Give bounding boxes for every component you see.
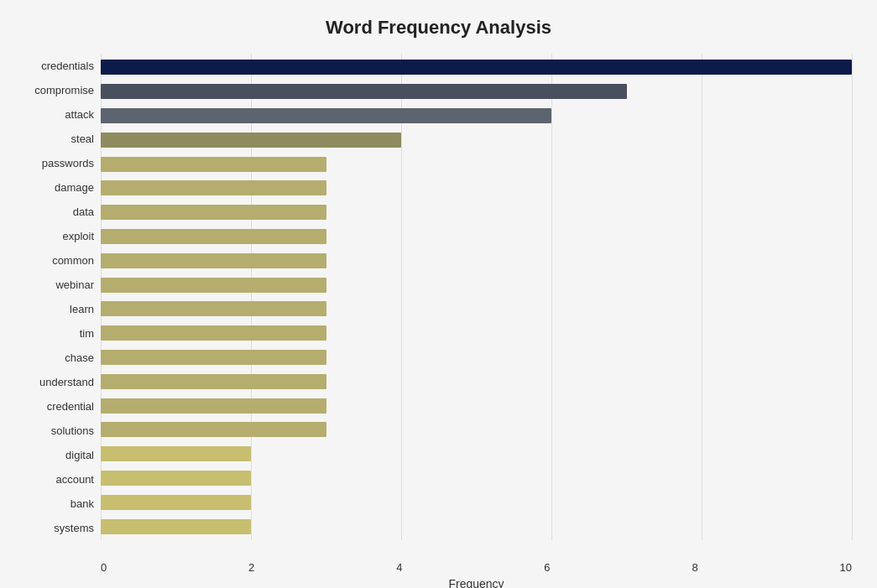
bar-credential: [101, 398, 326, 414]
grid-line-10: [852, 54, 853, 540]
y-label-bank: bank: [70, 498, 94, 509]
bar-row-credentials: [101, 58, 852, 76]
bars-wrapper: [101, 54, 852, 540]
bar-row-bank: [101, 493, 852, 512]
y-axis-labels: credentialscompromiseattackstealpassword…: [25, 54, 101, 540]
bar-common: [101, 253, 326, 268]
y-label-damage: damage: [55, 182, 94, 193]
chart-area: credentialscompromiseattackstealpassword…: [25, 54, 852, 540]
bar-systems: [101, 519, 251, 534]
bar-understand: [101, 374, 326, 389]
bar-tim: [101, 325, 326, 341]
bar-attack: [101, 108, 551, 123]
bar-credentials: [101, 60, 852, 75]
bars-and-grid: 0246810 Frequency: [101, 54, 852, 540]
y-label-compromise: compromise: [34, 85, 94, 96]
bar-compromise: [101, 84, 627, 99]
x-tick-10: 10: [839, 561, 851, 574]
bar-row-tim: [101, 324, 852, 342]
bar-steal: [101, 133, 401, 148]
bar-exploit: [101, 229, 326, 244]
x-tick-0: 0: [101, 561, 107, 574]
bar-account: [101, 471, 251, 486]
bar-row-chase: [101, 348, 852, 367]
y-label-credentials: credentials: [41, 60, 94, 71]
y-label-data: data: [73, 206, 94, 217]
bar-row-exploit: [101, 227, 852, 246]
y-label-tim: tim: [80, 328, 94, 339]
chart-title: Word Frequency Analysis: [25, 17, 852, 39]
y-label-exploit: exploit: [62, 231, 94, 242]
chart-container: Word Frequency Analysis credentialscompr…: [0, 0, 877, 588]
x-axis: 0246810: [101, 561, 852, 574]
y-label-systems: systems: [54, 523, 94, 533]
y-label-webinar: webinar: [55, 279, 94, 290]
bar-damage: [101, 180, 326, 195]
x-tick-2: 2: [248, 561, 254, 574]
bar-row-solutions: [101, 420, 852, 439]
y-label-attack: attack: [65, 109, 94, 120]
x-tick-8: 8: [692, 561, 697, 574]
bar-row-learn: [101, 299, 852, 318]
bar-chase: [101, 350, 326, 365]
bar-bank: [101, 495, 251, 510]
bar-row-attack: [101, 107, 852, 125]
bar-row-understand: [101, 372, 852, 391]
bar-row-steal: [101, 131, 852, 149]
y-label-learn: learn: [70, 304, 94, 315]
bar-row-digital: [101, 445, 852, 463]
bar-digital: [101, 446, 251, 461]
bar-row-credential: [101, 397, 852, 415]
bar-row-account: [101, 469, 852, 487]
x-tick-6: 6: [544, 561, 550, 574]
bar-row-damage: [101, 179, 852, 197]
bar-passwords: [101, 157, 326, 172]
bar-row-webinar: [101, 276, 852, 294]
bar-row-common: [101, 252, 852, 270]
bar-row-data: [101, 203, 852, 221]
y-label-account: account: [55, 474, 94, 485]
y-label-understand: understand: [39, 377, 94, 388]
y-label-solutions: solutions: [51, 425, 94, 436]
y-label-steal: steal: [71, 133, 94, 144]
bar-learn: [101, 301, 326, 316]
y-label-passwords: passwords: [42, 158, 94, 169]
x-axis-label: Frequency: [101, 577, 852, 588]
bar-webinar: [101, 278, 326, 293]
y-label-chase: chase: [65, 352, 94, 363]
x-tick-4: 4: [396, 561, 402, 574]
y-label-credential: credential: [47, 401, 94, 412]
bar-solutions: [101, 422, 326, 437]
y-label-digital: digital: [65, 450, 94, 461]
bar-row-passwords: [101, 155, 852, 174]
y-label-common: common: [52, 255, 94, 266]
bar-data: [101, 205, 326, 220]
bar-row-systems: [101, 518, 852, 536]
bar-row-compromise: [101, 82, 852, 101]
